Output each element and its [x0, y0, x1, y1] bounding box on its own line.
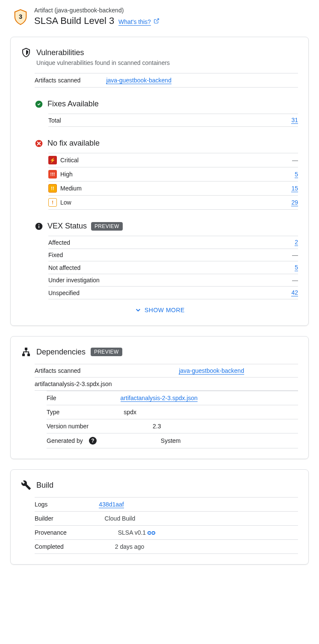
severity-medium-icon: !! [48, 184, 57, 193]
severity-high-icon: !!! [48, 170, 57, 179]
deps-value: spdx [124, 409, 136, 416]
severity-label: Medium [60, 185, 82, 192]
build-logs-link[interactable]: 438d1aaf [99, 501, 124, 508]
vex-status-title: VEX Status [47, 222, 87, 231]
severity-value-link[interactable]: 15 [291, 185, 298, 192]
deps-row: Typespdx [47, 405, 298, 419]
build-row: ProvenanceSLSA v0.1 [35, 525, 298, 539]
svg-rect-8 [22, 354, 25, 356]
vex-label: Unspecified [48, 290, 80, 296]
preview-badge: PREVIEW [91, 348, 122, 356]
vex-value: — [292, 252, 298, 258]
build-value: Cloud Build [105, 515, 136, 522]
build-label: Builder [35, 515, 53, 522]
build-title: Build [36, 481, 53, 490]
deps-value: 2.3 [153, 423, 161, 430]
deps-value: System [161, 437, 181, 444]
vex-row: Fixed — [48, 249, 298, 261]
vex-row: Unspecified 42 [48, 286, 298, 299]
shield-security-icon [21, 47, 31, 58]
deps-artifacts-scanned-link[interactable]: java-guestbook-backend [179, 367, 244, 375]
severity-row-critical: ⚡ Critical — [48, 153, 298, 167]
dependencies-tree-icon [21, 347, 31, 357]
deps-label: Type [47, 409, 59, 416]
fixes-available-title: Fixes Available [47, 100, 99, 108]
severity-value-link[interactable]: 29 [291, 199, 298, 206]
artifacts-scanned-link[interactable]: java-guestbook-backend [106, 77, 171, 84]
wrench-icon [21, 480, 31, 490]
chevron-down-icon [134, 306, 142, 314]
slsa-shield-icon: 3 [14, 9, 27, 26]
fixes-total-value[interactable]: 31 [291, 117, 298, 124]
svg-point-6 [38, 224, 39, 225]
vex-value-link[interactable]: 2 [295, 239, 298, 246]
deps-label: Generated by [47, 437, 83, 444]
build-label: Completed [35, 543, 64, 550]
vulnerabilities-title: Vulnerabilities [36, 48, 84, 57]
fixes-total-label: Total [48, 117, 61, 124]
vex-row: Not affected 5 [48, 261, 298, 274]
severity-label: Critical [60, 157, 79, 164]
provenance-link-icon[interactable] [148, 529, 155, 536]
vex-label: Affected [48, 239, 70, 246]
dependencies-card: Dependencies PREVIEW Artifacts scanned j… [10, 336, 309, 459]
severity-row-medium: !! Medium 15 [48, 181, 298, 195]
artifacts-scanned-label: Artifacts scanned [35, 77, 80, 84]
deps-row: Fileartifactanalysis-2-3.spdx.json [47, 391, 298, 405]
check-circle-icon [35, 100, 43, 108]
deps-row: Generated by?System [47, 433, 298, 448]
vex-value: — [292, 277, 298, 284]
deps-label: File [47, 395, 56, 401]
build-value: 2 days ago [115, 543, 145, 550]
vex-label: Not affected [48, 264, 80, 271]
preview-badge: PREVIEW [91, 222, 122, 231]
build-row: Completed2 days ago [35, 539, 298, 554]
build-value: SLSA v0.1 [118, 529, 146, 536]
external-link-icon [152, 18, 160, 25]
svg-line-1 [156, 19, 159, 21]
severity-row-low: ! Low 29 [48, 195, 298, 210]
vulnerabilities-subtitle: Unique vulnerabilities found in scanned … [36, 59, 298, 66]
vex-value-link[interactable]: 42 [291, 289, 298, 296]
deps-label: Version number [47, 423, 89, 430]
severity-low-icon: ! [48, 198, 57, 207]
dependencies-title: Dependencies [36, 348, 86, 357]
page-title: SLSA Build Level 3 [34, 15, 114, 26]
build-row: BuilderCloud Build [35, 511, 298, 525]
vex-label: Fixed [48, 252, 63, 258]
vulnerabilities-card: Vulnerabilities Unique vulnerabilities f… [10, 37, 309, 326]
deps-file-link[interactable]: artifactanalysis-2-3.spdx.json [121, 395, 198, 402]
vex-row: Under investigation — [48, 274, 298, 286]
svg-rect-5 [38, 225, 39, 228]
severity-label: High [60, 171, 73, 178]
build-row: Logs438d1aaf [35, 497, 298, 511]
severity-label: Low [60, 199, 71, 206]
show-more-button[interactable]: SHOW MORE [134, 306, 185, 314]
help-icon[interactable]: ? [89, 437, 97, 445]
vex-label: Under investigation [48, 277, 100, 284]
deps-filename: artifactanalysis-2-3.spdx.json [35, 381, 112, 387]
svg-rect-7 [25, 348, 27, 350]
page-header: 3 Artifact (java-guestbook-backend) SLSA… [10, 7, 309, 26]
deps-artifacts-scanned-label: Artifacts scanned [35, 367, 80, 374]
build-label: Logs [35, 501, 47, 508]
error-circle-icon [35, 139, 43, 148]
svg-text:3: 3 [19, 13, 22, 20]
whats-this-link[interactable]: What's this? [118, 18, 151, 26]
severity-critical-icon: ⚡ [48, 156, 57, 164]
svg-rect-9 [27, 354, 30, 356]
build-label: Provenance [35, 529, 67, 536]
vex-value-link[interactable]: 5 [295, 264, 298, 271]
no-fix-title: No fix available [47, 139, 100, 148]
build-card: Build Logs438d1aafBuilderCloud BuildProv… [10, 469, 309, 565]
severity-value: — [292, 157, 298, 164]
severity-value-link[interactable]: 5 [295, 171, 298, 178]
breadcrumb: Artifact (java-guestbook-backend) [34, 7, 160, 14]
severity-row-high: !!! High 5 [48, 167, 298, 181]
deps-row: Version number2.3 [47, 419, 298, 433]
info-circle-icon [35, 222, 43, 231]
vex-row: Affected 2 [48, 236, 298, 249]
